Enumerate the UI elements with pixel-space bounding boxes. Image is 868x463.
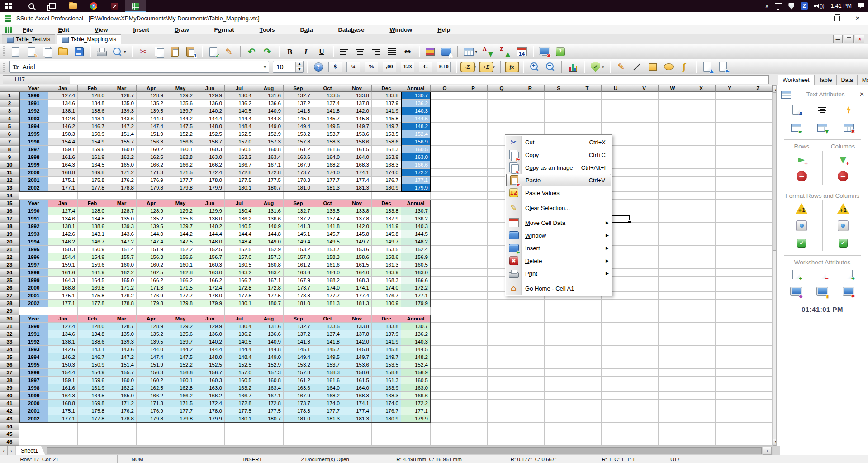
cell[interactable]: 153.5 <box>372 361 401 369</box>
cell[interactable]: 154.4 <box>48 253 78 261</box>
cell[interactable]: Dec <box>372 200 401 207</box>
cell[interactable]: 177.5 <box>225 407 254 415</box>
cell[interactable] <box>488 430 516 438</box>
cell[interactable]: 166.2 <box>195 161 225 169</box>
cell[interactable]: 134.8 <box>78 330 107 338</box>
cell[interactable] <box>744 184 773 192</box>
cell[interactable] <box>488 346 516 353</box>
text-alignment-icon[interactable] <box>817 104 828 115</box>
cell[interactable] <box>431 292 459 300</box>
cell[interactable]: 153.5 <box>372 130 401 138</box>
cell-format-icon-button[interactable] <box>424 45 437 58</box>
cell[interactable] <box>313 192 342 200</box>
cell[interactable] <box>716 307 744 315</box>
cell[interactable]: 131.6 <box>254 92 284 100</box>
cell[interactable]: 158.6 <box>342 369 372 377</box>
cell[interactable]: 1995 <box>19 246 48 253</box>
cell[interactable] <box>744 338 773 346</box>
cell[interactable] <box>659 415 687 423</box>
cell[interactable]: 161.6 <box>48 269 78 277</box>
cell[interactable]: 152.5 <box>225 361 254 369</box>
cell[interactable] <box>716 330 744 338</box>
cell[interactable]: 171.5 <box>166 169 195 177</box>
cell[interactable]: 166.7 <box>225 277 254 284</box>
cell[interactable] <box>630 346 659 353</box>
cell[interactable] <box>107 430 137 438</box>
cell[interactable]: 2001 <box>19 292 48 300</box>
cell[interactable] <box>687 215 716 223</box>
row-header-40[interactable]: 40 <box>0 392 19 400</box>
cell[interactable] <box>459 353 488 361</box>
cell[interactable]: 163.0 <box>401 384 431 392</box>
cell[interactable]: 1997 <box>19 377 48 384</box>
cell[interactable] <box>744 253 773 261</box>
cell[interactable]: 140.5 <box>225 107 254 115</box>
cell[interactable]: 141.3 <box>284 107 313 115</box>
cell[interactable] <box>630 153 659 161</box>
cell[interactable] <box>630 177 659 184</box>
cell[interactable]: 164.3 <box>48 392 78 400</box>
menu-data[interactable]: Data <box>300 26 313 33</box>
cell[interactable] <box>78 430 107 438</box>
cell[interactable]: 155.7 <box>107 369 137 377</box>
cell[interactable]: 149.7 <box>372 123 401 130</box>
cell[interactable] <box>284 423 313 430</box>
cell[interactable]: Mar <box>107 315 137 323</box>
cell[interactable] <box>431 323 459 330</box>
cell[interactable]: 130.4 <box>225 92 254 100</box>
cell[interactable] <box>431 215 459 223</box>
cell[interactable] <box>659 361 687 369</box>
cell[interactable]: 178.0 <box>195 177 225 184</box>
cell[interactable] <box>744 192 773 200</box>
cell[interactable]: 146.2 <box>48 123 78 130</box>
cell[interactable]: 164.5 <box>78 392 107 400</box>
cell[interactable] <box>716 246 744 253</box>
cell[interactable]: 161.3 <box>372 377 401 384</box>
cell[interactable]: 165.0 <box>107 392 137 400</box>
cell[interactable] <box>659 353 687 361</box>
cell[interactable] <box>602 438 630 446</box>
cell[interactable]: 135.2 <box>137 100 166 107</box>
cell[interactable] <box>431 338 459 346</box>
cell[interactable]: 177.1 <box>48 415 78 423</box>
cell[interactable]: 1996 <box>19 253 48 261</box>
cell[interactable]: 171.2 <box>107 400 137 407</box>
cell[interactable] <box>545 307 573 315</box>
cell[interactable]: 167.1 <box>254 392 284 400</box>
cell[interactable]: 152.9 <box>254 361 284 369</box>
cell[interactable]: 143.1 <box>78 115 107 123</box>
cell[interactable] <box>716 338 744 346</box>
cell[interactable] <box>687 153 716 161</box>
row-apply-icon[interactable]: ✔ <box>796 237 807 248</box>
row-header-39[interactable]: 39 <box>0 384 19 392</box>
column-header-oct[interactable]: Oct <box>313 85 342 92</box>
cell[interactable] <box>431 307 459 315</box>
cell[interactable] <box>602 123 630 130</box>
cell[interactable] <box>573 438 602 446</box>
cell[interactable]: 151.9 <box>137 361 166 369</box>
cell[interactable] <box>744 323 773 330</box>
column-header-u[interactable]: U <box>602 85 630 92</box>
cell[interactable]: 146.7 <box>78 353 107 361</box>
cell[interactable]: 143.1 <box>78 230 107 238</box>
cell[interactable]: 164.0 <box>313 153 342 161</box>
cell[interactable]: 153.2 <box>284 246 313 253</box>
cell[interactable] <box>744 377 773 384</box>
row-height-dial-icon[interactable] <box>796 220 807 231</box>
cell[interactable]: 1999 <box>19 392 48 400</box>
cell[interactable] <box>602 107 630 115</box>
cell[interactable]: 139.7 <box>166 107 195 115</box>
cell[interactable]: 157.3 <box>254 369 284 377</box>
cell[interactable] <box>687 284 716 292</box>
cell[interactable]: 153.7 <box>313 130 342 138</box>
cell[interactable]: 139.3 <box>107 107 137 115</box>
cell[interactable]: 176.9 <box>137 292 166 300</box>
cell[interactable]: 128.7 <box>107 92 137 100</box>
row-header-43[interactable]: 43 <box>0 415 19 423</box>
cell[interactable] <box>516 338 545 346</box>
cell[interactable] <box>48 430 78 438</box>
cell[interactable]: 1995 <box>19 130 48 138</box>
cell[interactable] <box>687 415 716 423</box>
cell[interactable] <box>659 192 687 200</box>
cell[interactable] <box>630 115 659 123</box>
